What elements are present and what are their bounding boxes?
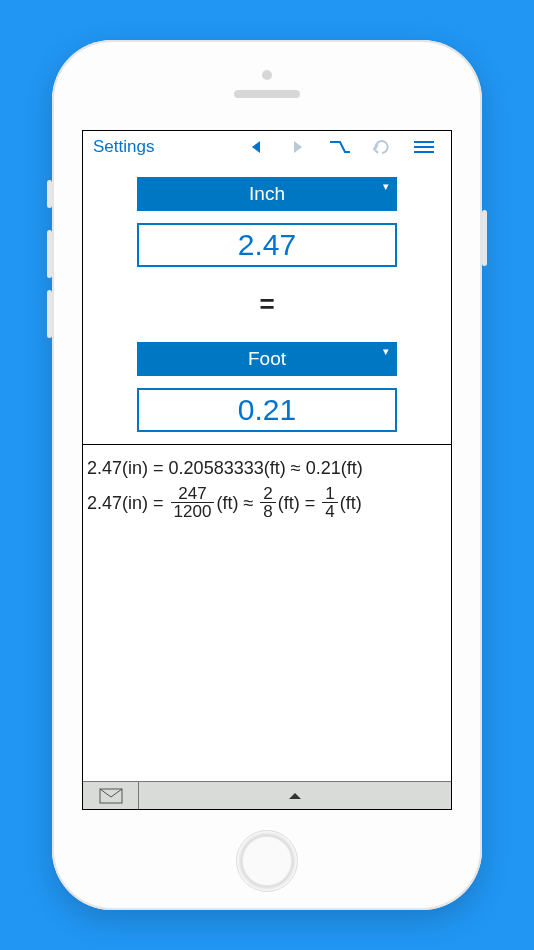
equals-sign: = bbox=[259, 289, 274, 320]
top-toolbar: Settings bbox=[83, 131, 451, 163]
history-back-button[interactable] bbox=[235, 133, 277, 161]
fraction-numerator: 247 bbox=[175, 485, 209, 502]
fraction: 2 8 bbox=[260, 485, 275, 520]
detail-line-fraction: 2.47 (in) = 247 1200 (ft) ≈ 2 8 (ft) = 1 bbox=[87, 485, 447, 520]
detail-line-decimal: 2.47 (in) = 0.20583333 (ft) ≈ 0.21 (ft) bbox=[87, 451, 447, 485]
to-value-text: 0.21 bbox=[238, 393, 296, 427]
mail-icon bbox=[99, 788, 123, 804]
fraction: 247 1200 bbox=[171, 485, 215, 520]
volume-up-button bbox=[47, 230, 52, 278]
detail-text: (ft) bbox=[340, 486, 362, 520]
fraction-denominator: 8 bbox=[260, 502, 275, 520]
calculation-details: 2.47 (in) = 0.20583333 (ft) ≈ 0.21 (ft) … bbox=[83, 444, 451, 781]
detail-text: (in) bbox=[122, 486, 148, 520]
app-screen: Settings Inch 2.47 bbox=[82, 130, 452, 810]
detail-text: (ft) bbox=[278, 486, 300, 520]
fraction-denominator: 1200 bbox=[171, 502, 215, 520]
detail-text: = bbox=[153, 451, 164, 485]
menu-button[interactable] bbox=[403, 133, 445, 161]
fraction-numerator: 2 bbox=[260, 485, 275, 502]
triangle-left-icon bbox=[251, 140, 261, 154]
expand-keypad-button[interactable] bbox=[139, 782, 451, 809]
earpiece-speaker bbox=[234, 90, 300, 98]
to-unit-select[interactable]: Foot bbox=[137, 342, 397, 376]
triangle-up-icon bbox=[288, 792, 302, 800]
detail-text: (ft) bbox=[341, 451, 363, 485]
conversion-panel: Inch 2.47 = Foot 0.21 bbox=[83, 163, 451, 444]
detail-text: 2.47 bbox=[87, 451, 122, 485]
detail-text: = bbox=[305, 486, 316, 520]
detail-text: (in) bbox=[122, 451, 148, 485]
swap-icon bbox=[329, 140, 351, 154]
detail-text: 2.47 bbox=[87, 486, 122, 520]
from-unit-select[interactable]: Inch bbox=[137, 177, 397, 211]
front-camera bbox=[262, 70, 272, 80]
settings-button[interactable]: Settings bbox=[89, 137, 158, 157]
bottom-toolbar bbox=[83, 781, 451, 809]
to-unit-label: Foot bbox=[248, 348, 286, 370]
undo-icon bbox=[372, 140, 392, 154]
fraction-numerator: 1 bbox=[322, 485, 337, 502]
swap-units-button[interactable] bbox=[319, 133, 361, 161]
volume-down-button bbox=[47, 290, 52, 338]
history-forward-button[interactable] bbox=[277, 133, 319, 161]
from-unit-label: Inch bbox=[249, 183, 285, 205]
undo-button[interactable] bbox=[361, 133, 403, 161]
detail-text: ≈ bbox=[243, 486, 253, 520]
home-button bbox=[236, 830, 298, 892]
fraction: 1 4 bbox=[322, 485, 337, 520]
detail-text: 0.21 bbox=[306, 451, 341, 485]
detail-text: ≈ bbox=[291, 451, 301, 485]
from-value-input[interactable]: 2.47 bbox=[137, 223, 397, 267]
power-button bbox=[482, 210, 487, 266]
share-mail-button[interactable] bbox=[83, 782, 139, 809]
detail-text: (ft) bbox=[216, 486, 238, 520]
mute-switch bbox=[47, 180, 52, 208]
detail-text: (ft) bbox=[264, 451, 286, 485]
phone-frame: Settings Inch 2.47 bbox=[52, 40, 482, 910]
triangle-right-icon bbox=[293, 140, 303, 154]
detail-text: 0.20583333 bbox=[169, 451, 264, 485]
detail-text: = bbox=[153, 486, 164, 520]
to-value-output: 0.21 bbox=[137, 388, 397, 432]
from-value-text: 2.47 bbox=[238, 228, 296, 262]
fraction-denominator: 4 bbox=[322, 502, 337, 520]
hamburger-icon bbox=[414, 141, 434, 153]
